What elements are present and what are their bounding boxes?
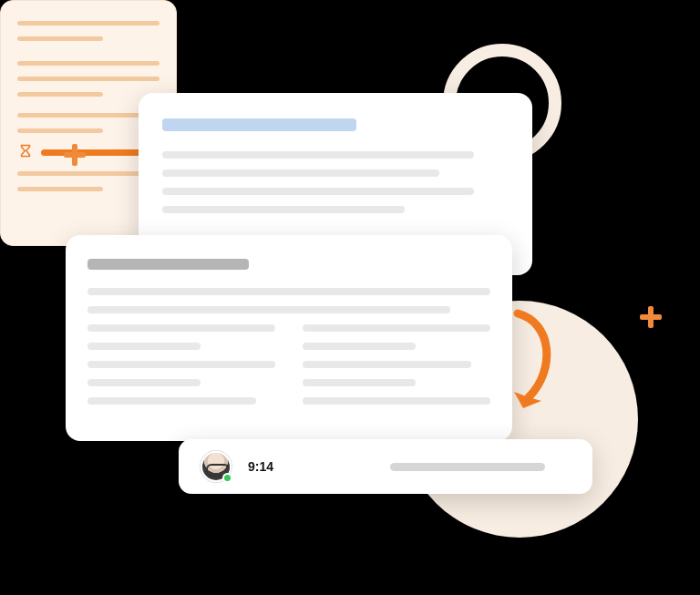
placeholder-line	[303, 361, 471, 368]
avatar	[201, 451, 232, 482]
placeholder-line	[88, 259, 249, 270]
document-card-front	[66, 235, 512, 441]
placeholder-line	[303, 324, 490, 332]
placeholder-line	[88, 397, 256, 405]
note-line	[17, 61, 160, 66]
placeholder-line	[162, 118, 356, 131]
placeholder-line	[162, 188, 474, 195]
time-label: 9:14	[248, 459, 273, 474]
arrow-icon	[509, 306, 563, 415]
placeholder-line	[303, 343, 416, 350]
status-bar-card: 9:14	[179, 439, 592, 494]
note-line	[17, 128, 103, 133]
note-line	[17, 77, 160, 81]
placeholder-line	[88, 288, 490, 295]
placeholder-line	[390, 463, 545, 471]
sparkle-icon	[64, 144, 86, 166]
placeholder-line	[88, 306, 450, 313]
placeholder-line	[88, 324, 275, 332]
note-line	[17, 21, 160, 26]
placeholder-line	[88, 379, 201, 386]
placeholder-line	[88, 343, 201, 350]
placeholder-line	[88, 361, 275, 368]
presence-dot-icon	[222, 473, 232, 483]
placeholder-line	[162, 206, 405, 213]
placeholder-line	[162, 169, 439, 177]
note-line	[17, 92, 103, 97]
hourglass-icon	[17, 144, 34, 160]
illustration-stage: 9:14	[0, 0, 700, 595]
note-line	[17, 36, 103, 41]
placeholder-line	[162, 151, 474, 159]
placeholder-line	[303, 379, 416, 386]
sparkle-icon	[640, 306, 662, 328]
placeholder-line	[303, 397, 490, 405]
note-line	[17, 187, 103, 191]
